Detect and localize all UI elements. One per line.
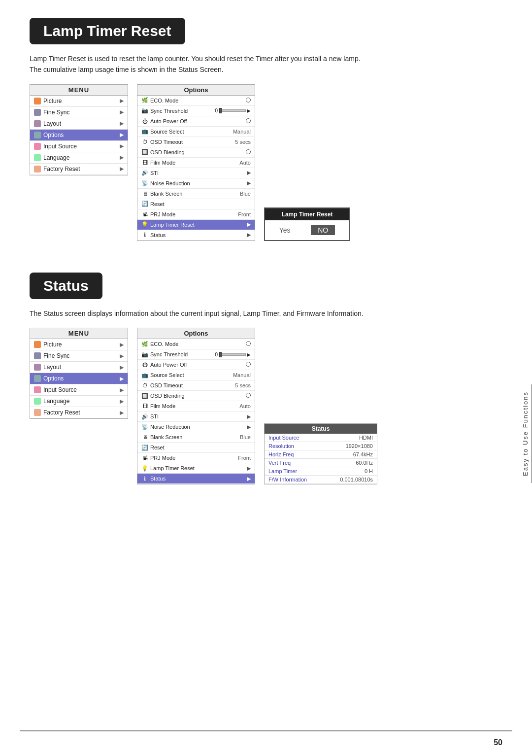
status-options-header: Options bbox=[137, 328, 255, 339]
options-blank-screen[interactable]: 🖥 Blank Screen Blue bbox=[137, 189, 255, 199]
options-sync-threshold[interactable]: 📷 Sync Threshold 0 ▶ bbox=[137, 106, 255, 116]
lamp-timer-reset-description: Lamp Timer Reset is used to reset the la… bbox=[30, 53, 502, 75]
layout-icon bbox=[34, 120, 41, 127]
s-options-auto-power[interactable]: ⏻ Auto Power Off bbox=[137, 360, 255, 370]
status-menu-language[interactable]: Language ▶ bbox=[30, 396, 128, 407]
options-reset[interactable]: 🔄 Reset bbox=[137, 199, 255, 209]
menu-arrow-language: ▶ bbox=[120, 154, 124, 161]
s-options-reset[interactable]: 🔄 Reset bbox=[137, 443, 255, 453]
status-menu-options[interactable]: Options ▶ bbox=[30, 373, 128, 384]
input-icon bbox=[34, 143, 41, 150]
s-finesync-icon bbox=[34, 352, 41, 359]
prj-icon: 📽 bbox=[141, 211, 148, 218]
s-options-source[interactable]: 📺 Source Select Manual bbox=[137, 370, 255, 380]
film-icon: 🎞 bbox=[141, 159, 148, 166]
menu-arrow-picture: ▶ bbox=[120, 98, 124, 104]
timeout-icon: ⏱ bbox=[141, 138, 148, 145]
options-icon bbox=[34, 132, 41, 138]
bottom-divider bbox=[20, 730, 512, 731]
menu-item-layout[interactable]: Layout ▶ bbox=[30, 118, 128, 130]
sync-icon: 📷 bbox=[141, 107, 148, 114]
options-source-select[interactable]: 📺 Source Select Manual bbox=[137, 127, 255, 137]
s-blank-icon: 🖥 bbox=[141, 434, 148, 441]
menu-item-options[interactable]: Options ▶ bbox=[30, 130, 128, 141]
options-prj-mode[interactable]: 📽 PRJ Mode Front bbox=[137, 209, 255, 220]
lamp-timer-options-panel: Options 🌿 ECO. Mode 📷 Sync Threshold 0 ▶ bbox=[137, 84, 255, 241]
lamp-dialog-no-button[interactable]: NO bbox=[311, 225, 335, 235]
menu-header: MENU bbox=[30, 85, 128, 96]
menu-arrow-options: ▶ bbox=[120, 132, 124, 138]
eco-icon: 🌿 bbox=[141, 97, 148, 104]
status-icon: ℹ bbox=[141, 232, 148, 239]
menu-item-layout-label: Layout bbox=[43, 120, 61, 127]
sti-icon: 🔊 bbox=[141, 170, 148, 176]
options-sti[interactable]: 🔊 STI ▶ bbox=[137, 168, 255, 178]
status-menu-header: MENU bbox=[30, 328, 128, 339]
status-menu-factory[interactable]: Factory Reset ▶ bbox=[30, 407, 128, 418]
options-noise-reduction[interactable]: 📡 Noise Reduction ▶ bbox=[137, 178, 255, 189]
side-label: Easy to Use Functions bbox=[520, 384, 532, 483]
menu-item-finesync[interactable]: Fine Sync ▶ bbox=[30, 107, 128, 118]
s-options-osd-blending[interactable]: 🔲 OSD Blending bbox=[137, 391, 255, 401]
s-options-film-mode[interactable]: 🎞 Film Mode Auto bbox=[137, 401, 255, 412]
finesync-icon bbox=[34, 109, 41, 116]
lamp-dialog-title: Lamp Timer Reset bbox=[265, 208, 349, 220]
status-row-horiz: Horiz Freq 67.4kHz bbox=[265, 450, 377, 459]
status-row-vert: Vert Freq 60.0Hz bbox=[265, 459, 377, 467]
options-osd-blending[interactable]: 🔲 OSD Blending bbox=[137, 147, 255, 158]
s-options-blank[interactable]: 🖥 Blank Screen Blue bbox=[137, 432, 255, 443]
status-section: Status The Status screen displays inform… bbox=[0, 257, 532, 484]
status-menu-input[interactable]: Input Source ▶ bbox=[30, 384, 128, 396]
s-timeout-icon: ⏱ bbox=[141, 382, 148, 389]
lamp-timer-reset-section: Lamp Timer Reset Lamp Timer Reset is use… bbox=[0, 0, 532, 241]
s-input-icon bbox=[34, 386, 41, 393]
status-row-resolution: Resolution 1920×1080 bbox=[265, 442, 377, 450]
s-options-sti[interactable]: 🔊 STI ▶ bbox=[137, 412, 255, 422]
menu-arrow-factory: ▶ bbox=[120, 166, 124, 172]
menu-arrow-input: ▶ bbox=[120, 143, 124, 149]
s-noise-icon: 📡 bbox=[141, 423, 148, 430]
s-options-prj[interactable]: 📽 PRJ Mode Front bbox=[137, 453, 255, 463]
s-options-status[interactable]: ℹ Status ▶ bbox=[137, 474, 255, 484]
menu-arrow-finesync: ▶ bbox=[120, 109, 124, 115]
s-options-osd-timeout[interactable]: ⏱ OSD Timeout 5 secs bbox=[137, 380, 255, 391]
s-source-icon: 📺 bbox=[141, 372, 148, 378]
status-row-input: Input Source HDMI bbox=[265, 434, 377, 442]
lamp-dialog-yes-button[interactable]: Yes bbox=[279, 226, 291, 234]
options-film-mode[interactable]: 🎞 Film Mode Auto bbox=[137, 158, 255, 168]
s-sti-icon: 🔊 bbox=[141, 413, 148, 420]
s-options-noise[interactable]: 📡 Noise Reduction ▶ bbox=[137, 422, 255, 432]
lamp-reset-icon: 💡 bbox=[141, 221, 148, 228]
menu-item-picture[interactable]: Picture ▶ bbox=[30, 96, 128, 107]
status-menu-finesync[interactable]: Fine Sync ▶ bbox=[30, 350, 128, 362]
menu-item-input[interactable]: Input Source ▶ bbox=[30, 141, 128, 152]
s-picture-icon bbox=[34, 341, 41, 348]
menu-item-input-label: Input Source bbox=[43, 143, 77, 150]
options-status[interactable]: ℹ Status ▶ bbox=[137, 230, 255, 241]
options-eco-mode[interactable]: 🌿 ECO. Mode bbox=[137, 96, 255, 106]
menu-item-language[interactable]: Language ▶ bbox=[30, 152, 128, 164]
menu-item-factory-label: Factory Reset bbox=[43, 166, 80, 172]
options-auto-power[interactable]: ⏻ Auto Power Off bbox=[137, 116, 255, 127]
options-header: Options bbox=[137, 85, 255, 96]
s-options-lamp-timer[interactable]: 💡 Lamp Timer Reset ▶ bbox=[137, 463, 255, 474]
status-menu-picture[interactable]: Picture ▶ bbox=[30, 339, 128, 350]
s-options-sync[interactable]: 📷 Sync Threshold 0 ▶ bbox=[137, 349, 255, 360]
status-menu-panel: MENU Picture ▶ Fine Sync ▶ Layout bbox=[30, 328, 128, 419]
s-power-icon: ⏻ bbox=[141, 361, 148, 368]
s-options-eco[interactable]: 🌿 ECO. Mode bbox=[137, 339, 255, 349]
source-icon: 📺 bbox=[141, 128, 148, 135]
status-info-box: Status Input Source HDMI Resolution 1920… bbox=[264, 423, 377, 484]
status-menu-layout[interactable]: Layout ▶ bbox=[30, 362, 128, 373]
status-options-panel: Options 🌿 ECO. Mode 📷 Sync Threshold 0 ▶ bbox=[137, 328, 255, 484]
s-film-icon: 🎞 bbox=[141, 403, 148, 410]
options-osd-timeout[interactable]: ⏱ OSD Timeout 5 secs bbox=[137, 137, 255, 147]
status-title: Status bbox=[30, 273, 102, 299]
s-lamp-icon: 💡 bbox=[141, 465, 148, 472]
options-lamp-timer-reset[interactable]: 💡 Lamp Timer Reset ▶ bbox=[137, 220, 255, 230]
s-eco-icon: 🌿 bbox=[141, 341, 148, 347]
language-icon bbox=[34, 154, 41, 161]
lamp-timer-reset-title: Lamp Timer Reset bbox=[30, 18, 185, 44]
s-factory-icon bbox=[34, 409, 41, 416]
menu-item-factory[interactable]: Factory Reset ▶ bbox=[30, 164, 128, 175]
